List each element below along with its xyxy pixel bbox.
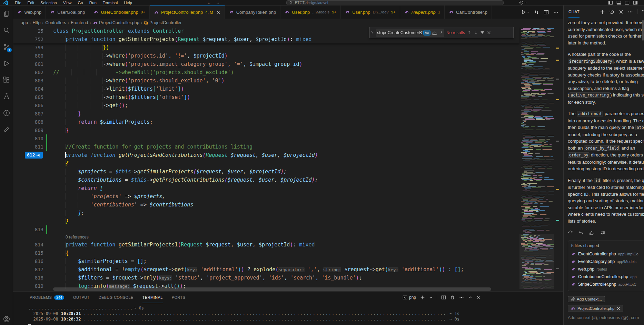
close-icon[interactable] [616, 306, 621, 311]
testing-flask-activity-item[interactable] [0, 88, 13, 105]
line-number[interactable]: 815 [13, 249, 43, 257]
panel-tab-ports[interactable]: PORTS [172, 292, 186, 303]
plus-icon[interactable] [420, 295, 425, 300]
changed-file-EventController.php[interactable]: EventController.phpapp\Http\Co [571, 250, 641, 258]
code-editor[interactable]: 799 })800 ->where('projects.id', '!=', $… [13, 27, 563, 291]
menu-file[interactable]: File [12, 1, 24, 5]
line-number[interactable]: 807 [13, 110, 43, 118]
changed-file-web.php[interactable]: web.phproutes [571, 265, 641, 273]
line-number[interactable]: 806 [13, 101, 43, 110]
menu-terminal[interactable]: Terminal [100, 1, 121, 5]
line-number[interactable]: 799 [13, 43, 43, 52]
tab-UserController.php[interactable]: UserController.php9+ [89, 6, 150, 19]
chat-scrollbar[interactable] [642, 20, 644, 41]
breadcrumb-item-Frontend[interactable]: Frontend [71, 20, 88, 25]
find-toggle-chevron-icon[interactable] [370, 30, 374, 35]
back-arrow-icon[interactable]: ← [207, 0, 211, 5]
close-icon[interactable] [476, 295, 480, 299]
filter-icon[interactable] [480, 30, 485, 35]
line-number[interactable]: 818 [13, 274, 43, 282]
search-activity-item[interactable] [0, 22, 13, 39]
files-activity-item[interactable] [0, 6, 13, 22]
tab-web.php[interactable]: web.php [13, 6, 46, 19]
maximize-panel-icon[interactable] [468, 295, 472, 299]
tab-User.php[interactable]: User.phpD:\...\dev9+ [341, 6, 400, 19]
breadcrumb-item-Controllers[interactable]: Controllers [45, 20, 66, 25]
chevron-down-icon[interactable] [429, 296, 433, 299]
layout-panel-bottom-icon[interactable] [616, 0, 621, 5]
run-debug-activity-item[interactable] [0, 55, 13, 72]
new-chat-plus-icon[interactable] [600, 9, 605, 14]
breadcrumb-item-app[interactable]: app [21, 20, 28, 25]
undo-icon[interactable] [578, 231, 584, 236]
tab-UserGoal.php[interactable]: UserGoal.php [46, 6, 89, 19]
extensions-activity-item[interactable] [0, 72, 13, 88]
overview-ruler[interactable] [554, 27, 563, 291]
menu-run[interactable]: Run [86, 1, 100, 5]
horizontal-scrollbar[interactable] [53, 287, 491, 291]
ellipsis-icon[interactable] [459, 295, 464, 300]
line-number[interactable]: 800 [13, 52, 43, 60]
layout-customize-icon[interactable] [633, 0, 638, 5]
breadcrumb-item-ProjectController.php[interactable]: ProjectController.php [93, 20, 139, 25]
line-number[interactable]: 809 [13, 126, 43, 134]
account-item[interactable] [3, 315, 10, 323]
line-number[interactable]: 808 [13, 118, 43, 126]
changed-file-EventCategory.php[interactable]: EventCategory.phpapp\Models [571, 258, 641, 265]
minimap[interactable] [519, 27, 554, 291]
source-control-activity-item[interactable]: 1 [0, 39, 13, 55]
layout-panel-left-icon[interactable] [608, 0, 613, 5]
thumbs-up-icon[interactable] [589, 231, 594, 236]
history-icon[interactable] [609, 9, 614, 14]
changed-file-StripeController.php[interactable]: StripeController.phpapp\Http\C [571, 281, 641, 288]
line-number[interactable]: 801 [13, 60, 43, 68]
terminal-shell-item[interactable]: php [403, 295, 416, 300]
line-number[interactable]: 819 [13, 282, 43, 290]
add-context-button[interactable]: Add Context... [568, 296, 605, 302]
tab-ProjectController.php[interactable]: ProjectController.php4, M [150, 6, 225, 19]
refresh-icon[interactable] [568, 231, 573, 236]
line-number[interactable]: 803 [13, 77, 43, 85]
changed-file-ContributionController.php[interactable]: ContributionController.phpapp [571, 273, 641, 281]
find-input[interactable] [377, 30, 423, 35]
menu-go[interactable]: Go [75, 1, 86, 5]
match-case-icon[interactable]: Aa [424, 30, 430, 35]
line-number[interactable]: 811 [13, 143, 43, 151]
trash-icon[interactable] [450, 295, 455, 300]
ellipsis-icon[interactable] [553, 10, 558, 15]
whole-word-icon[interactable]: ab [431, 30, 437, 35]
line-number[interactable]: 802 [13, 68, 43, 77]
line-number[interactable]: 804 [13, 85, 43, 93]
menu-help[interactable]: Help [121, 1, 135, 5]
tab-Helpers.php[interactable]: Helpers.php1 [400, 6, 445, 19]
split-editor-icon[interactable] [544, 10, 549, 15]
panel-tab-problems[interactable]: PROBLEMS244 [30, 292, 64, 303]
code-lens[interactable]: 0 references [13, 234, 519, 241]
thumbs-down-icon[interactable] [600, 231, 605, 236]
line-number[interactable]: 25 [13, 27, 43, 35]
layout-panel-right-icon[interactable] [625, 0, 630, 5]
tab-User.php[interactable]: User.php...\Models9+ [280, 6, 341, 19]
arrow-up-icon[interactable] [467, 30, 472, 35]
line-number[interactable]: 816 [13, 257, 43, 265]
tab-CompanyToken.php[interactable]: CompanyToken.php [225, 6, 281, 19]
regex-icon[interactable]: .* [439, 30, 443, 35]
panel-tab-output[interactable]: OUTPUT [73, 292, 90, 303]
menu-view[interactable]: View [60, 1, 75, 5]
split-panel-icon[interactable] [441, 295, 446, 300]
line-number[interactable]: 817 [13, 265, 43, 274]
arrow-down-icon[interactable] [474, 30, 478, 35]
gear-icon[interactable] [618, 9, 624, 14]
pen-activity-item[interactable] [0, 121, 13, 138]
menu-edit[interactable]: Edit [24, 1, 38, 5]
ellipsis-icon[interactable] [628, 9, 633, 14]
close-icon[interactable] [487, 30, 491, 35]
terminal-output[interactable]: ........................................… [28, 305, 556, 322]
line-number[interactable]: 805 [13, 93, 43, 101]
command-center-search[interactable]: BTGT-design-laravel [286, 0, 504, 5]
panel-tab-debug-console[interactable]: DEBUG CONSOLE [99, 292, 133, 303]
breadcrumb-item-Http[interactable]: Http [33, 20, 41, 25]
run-button-icon[interactable] [521, 10, 529, 15]
menu-selection[interactable]: Selection [37, 1, 60, 5]
compare-changes-icon[interactable] [534, 10, 539, 15]
